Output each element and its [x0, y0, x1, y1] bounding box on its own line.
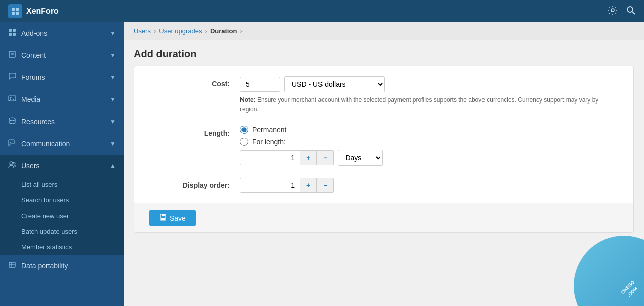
form-row-length: Length: Permanent For length: + [149, 126, 618, 166]
sidebar-item-content[interactable]: Content ▼ [0, 44, 124, 66]
form-card: Cost: USD - US dollars EUR - Euro GBP - … [134, 66, 634, 233]
display-order-label: Display order: [149, 178, 240, 189]
communication-icon [8, 139, 16, 149]
svg-rect-25 [161, 218, 165, 220]
breadcrumb-sep-3: › [240, 27, 242, 35]
length-label: Length: [149, 126, 240, 137]
cost-label: Cost: [149, 76, 240, 88]
forums-label: Forums [21, 73, 45, 81]
note-bold: Note: [240, 96, 256, 104]
media-icon [8, 94, 16, 105]
display-order-input[interactable] [240, 178, 300, 193]
svg-rect-2 [12, 12, 15, 15]
sidebar-item-member-statistics[interactable]: Member statistics [0, 239, 124, 255]
sidebar-item-media[interactable]: Media ▼ [0, 88, 124, 111]
forums-chevron: ▼ [110, 74, 116, 81]
breadcrumb-sep-1: › [154, 27, 156, 35]
search-icon[interactable] [626, 5, 636, 18]
content-chevron: ▼ [110, 52, 116, 59]
sidebar-item-search-users[interactable]: Search for users [0, 192, 124, 208]
content-icon [8, 50, 16, 60]
length-decrement-button[interactable]: − [317, 150, 334, 165]
svg-point-15 [10, 97, 12, 99]
logo-icon [8, 4, 22, 18]
data-portability-label: Data portability [21, 262, 68, 270]
svg-rect-24 [162, 214, 165, 216]
sidebar-item-communication[interactable]: Communication ▼ [0, 133, 124, 155]
form-row-display-order: Display order: + − [149, 178, 618, 193]
breadcrumb-duration: Duration [210, 27, 237, 35]
breadcrumb: Users › User upgrades › Duration › [124, 22, 644, 40]
svg-rect-8 [13, 29, 16, 32]
users-sub-menu: List all users Search for users Create n… [0, 177, 124, 255]
display-order-field: + − [240, 178, 618, 193]
svg-line-17 [10, 140, 14, 143]
breadcrumb-sep-2: › [205, 27, 207, 35]
length-input[interactable] [240, 150, 300, 165]
users-label: Users [21, 162, 40, 170]
main-content: Users › User upgrades › Duration › Add d… [124, 22, 644, 306]
sidebar-item-resources[interactable]: Resources ▼ [0, 111, 124, 133]
users-chevron: ▲ [110, 162, 116, 169]
data-portability-icon [8, 261, 16, 271]
save-icon [159, 214, 167, 222]
svg-point-4 [611, 9, 614, 12]
display-order-increment-button[interactable]: + [300, 178, 317, 193]
permanent-label[interactable]: Permanent [252, 126, 286, 134]
svg-rect-7 [9, 29, 12, 32]
svg-rect-1 [16, 8, 19, 11]
sidebar-item-list-users[interactable]: List all users [0, 177, 124, 192]
radio-permanent: Permanent [240, 126, 618, 134]
length-increment-button[interactable]: + [300, 150, 317, 165]
sidebar-item-create-user[interactable]: Create new user [0, 208, 124, 224]
addons-icon [8, 28, 16, 38]
resources-icon [8, 117, 16, 127]
sidebar-item-addons[interactable]: Add-ons ▼ [0, 22, 124, 44]
svg-line-6 [632, 12, 635, 14]
save-button[interactable]: Save [149, 210, 196, 226]
breadcrumb-users[interactable]: Users [134, 27, 151, 35]
brand-logo[interactable]: XenForo [8, 4, 59, 18]
svg-rect-3 [16, 12, 19, 15]
communication-label: Communication [21, 140, 70, 148]
addons-chevron: ▼ [110, 30, 116, 37]
svg-point-19 [13, 162, 15, 164]
radio-for-length: For length: [240, 138, 618, 146]
svg-point-5 [627, 7, 633, 12]
cost-field: USD - US dollars EUR - Euro GBP - Britis… [240, 76, 618, 114]
sidebar-item-users[interactable]: Users ▲ [0, 155, 124, 177]
form-row-cost: Cost: USD - US dollars EUR - Euro GBP - … [149, 76, 618, 114]
length-field: Permanent For length: + − Days [240, 126, 618, 166]
save-label: Save [170, 214, 186, 222]
breadcrumb-user-upgrades[interactable]: User upgrades [159, 27, 202, 35]
resources-label: Resources [21, 118, 55, 126]
sidebar-item-forums[interactable]: Forums ▼ [0, 66, 124, 88]
length-unit-select[interactable]: Days Weeks Months Years [338, 150, 383, 166]
display-order-stepper: + − [240, 178, 618, 193]
communication-chevron: ▼ [110, 140, 116, 147]
sidebar-item-batch-update-users[interactable]: Batch update users [0, 224, 124, 239]
svg-rect-10 [13, 33, 16, 36]
length-stepper: + − Days Weeks Months Years [240, 150, 618, 166]
sidebar: Add-ons ▼ Content ▼ [0, 22, 124, 306]
display-order-decrement-button[interactable]: − [317, 178, 334, 193]
for-length-radio[interactable] [240, 138, 248, 146]
resources-chevron: ▼ [110, 118, 116, 125]
cost-note: Note: Ensure your merchant account with … [240, 95, 618, 114]
cost-input[interactable] [240, 77, 280, 92]
svg-point-16 [9, 118, 15, 121]
users-icon [8, 161, 16, 171]
permanent-radio[interactable] [240, 126, 248, 134]
addons-label: Add-ons [21, 29, 47, 37]
currency-select[interactable]: USD - US dollars EUR - Euro GBP - Britis… [284, 76, 385, 92]
svg-rect-0 [12, 8, 15, 11]
svg-rect-20 [9, 262, 15, 267]
for-length-label[interactable]: For length: [252, 138, 286, 146]
svg-point-18 [10, 162, 13, 165]
content-label: Content [21, 51, 46, 59]
sidebar-item-data-portability[interactable]: Data portability [0, 255, 124, 277]
settings-icon[interactable] [608, 5, 618, 18]
media-label: Media [21, 95, 40, 104]
forums-icon [8, 72, 16, 82]
form-footer: Save [134, 203, 633, 232]
